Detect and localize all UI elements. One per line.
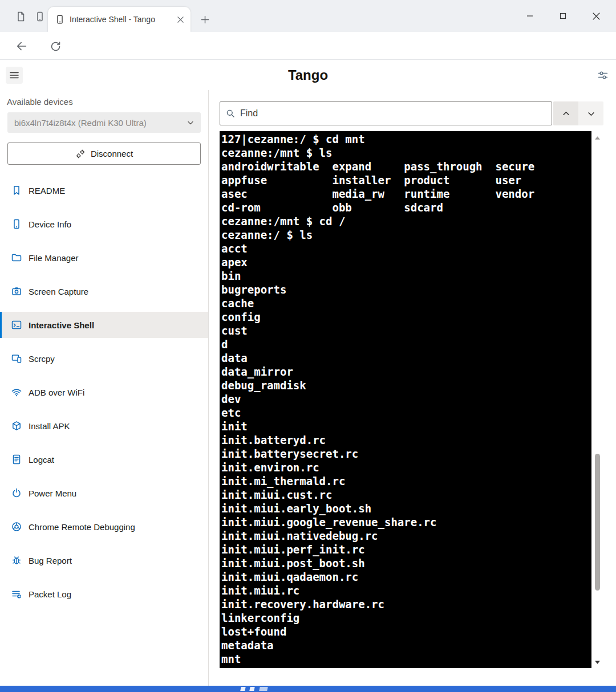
sidebar: Available devices bi6x4ln7t4iz8t4x (Redm… [0, 90, 209, 686]
sidebar-item-device-info[interactable]: Device Info [0, 211, 208, 237]
sidebar-item-label: Interactive Shell [29, 320, 94, 330]
sidebar-item-packet-log[interactable]: Packet Log [0, 581, 208, 607]
find-nav-group [553, 101, 603, 125]
find-next-button[interactable] [578, 101, 603, 125]
chevron-down-icon [187, 119, 194, 126]
sidebar-item-bug-report[interactable]: Bug Report [0, 547, 208, 573]
sidebar-item-install-apk[interactable]: Install APK [0, 413, 208, 439]
chevron-down-icon [587, 110, 595, 117]
phone-icon [11, 218, 22, 230]
sidebar-item-label: Bug Report [29, 556, 72, 565]
tab-strip: Interactive Shell - Tango [0, 0, 616, 32]
taskbar-fragment [259, 687, 268, 691]
document-log-icon [11, 454, 22, 465]
disconnect-button[interactable]: Disconnect [7, 143, 201, 165]
page-title: Tango [0, 60, 616, 90]
sidebar-item-screen-capture[interactable]: Screen Capture [0, 278, 208, 304]
sidebar-item-readme[interactable]: README [0, 177, 208, 203]
device-select[interactable]: bi6x4ln7t4iz8t4x (Redmi K30 Ultra) [7, 112, 201, 133]
terminal-scrollbar[interactable] [591, 131, 603, 668]
wifi-icon [11, 386, 22, 398]
sidebar-item-scrcpy[interactable]: Scrcpy [0, 345, 208, 372]
sidebar-item-label: Install APK [29, 421, 70, 431]
camera-icon [11, 286, 22, 297]
folder-icon [11, 252, 22, 263]
screen-mirror-icon [11, 353, 22, 364]
app-header: Tango [0, 60, 616, 90]
terminal-area: 127|cezanne:/ $ cd mnt cezanne:/mnt $ ls… [220, 131, 603, 668]
sidebar-item-chrome-remote-debugging[interactable]: Chrome Remote Debugging [0, 514, 208, 540]
find-field[interactable] [220, 101, 552, 125]
sidebar-item-label: Packet Log [29, 589, 71, 599]
taskbar-fragment [249, 687, 254, 691]
terminal-icon [11, 319, 22, 331]
find-previous-button[interactable] [553, 101, 578, 125]
sidebar-item-label: Screen Capture [29, 287, 88, 296]
taskbar [0, 686, 616, 692]
package-icon [11, 420, 22, 432]
refresh-button[interactable] [48, 39, 63, 54]
pinned-tab-icon [34, 11, 46, 22]
scroll-up-icon [595, 136, 600, 140]
chrome-icon [11, 521, 22, 532]
sidebar-item-adb-over-wifi[interactable]: ADB over WiFi [0, 379, 208, 405]
close-window-button[interactable] [579, 1, 613, 31]
settings-button[interactable] [597, 69, 609, 82]
sidebar-item-label: ADB over WiFi [29, 388, 84, 397]
bookmark-icon [11, 185, 22, 196]
terminal[interactable]: 127|cezanne:/ $ cd mnt cezanne:/mnt $ ls… [220, 131, 591, 668]
tab-favicon-icon [55, 14, 65, 25]
power-icon [11, 487, 22, 499]
chevron-up-icon [562, 110, 570, 117]
sidebar-item-interactive-shell[interactable]: Interactive Shell [0, 312, 208, 338]
sidebar-item-label: Device Info [29, 219, 71, 229]
available-devices-label: Available devices [7, 97, 208, 107]
settings-icon [597, 70, 609, 81]
sidebar-item-label: Chrome Remote Debugging [29, 522, 135, 532]
sidebar-item-label: File Manager [29, 253, 79, 263]
sidebar-item-label: Scrcpy [29, 354, 55, 364]
maximize-button[interactable] [546, 1, 579, 31]
tab-actions-button[interactable] [14, 10, 27, 23]
find-input[interactable] [240, 108, 546, 119]
tab-close-button[interactable] [175, 14, 186, 25]
taskbar-fragment [240, 687, 245, 691]
main-content: 127|cezanne:/ $ cd mnt cezanne:/mnt $ ls… [209, 90, 616, 686]
browser-navbar: https://yume-chan.github.io/ya-webadb/sh… [0, 32, 616, 60]
scroll-down-icon [595, 661, 600, 664]
minimize-button[interactable] [513, 1, 546, 31]
find-row [220, 101, 603, 125]
scrollbar-thumb[interactable] [595, 454, 600, 591]
terminal-output: 127|cezanne:/ $ cd mnt cezanne:/mnt $ ls… [221, 132, 591, 666]
device-select-value: bi6x4ln7t4iz8t4x (Redmi K30 Ultra) [14, 118, 187, 128]
browser-tab[interactable]: Interactive Shell - Tango [48, 7, 191, 32]
sidebar-item-file-manager[interactable]: File Manager [0, 245, 208, 271]
back-button[interactable] [14, 39, 29, 54]
new-tab-button[interactable] [197, 12, 212, 27]
disconnect-icon [75, 149, 86, 159]
menu-button[interactable] [6, 67, 23, 84]
sidebar-item-label: README [29, 186, 65, 196]
browser-window: Interactive Shell - Tango [0, 0, 616, 692]
sidebar-item-label: Power Menu [29, 489, 76, 498]
search-icon [226, 109, 235, 118]
packet-log-icon [11, 588, 22, 600]
sidebar-nav: README Device Info File Manager Screen C… [0, 177, 208, 607]
bug-icon [11, 555, 22, 566]
sidebar-item-label: Logcat [29, 455, 54, 465]
sidebar-item-logcat[interactable]: Logcat [0, 446, 208, 473]
menu-icon [9, 70, 19, 80]
disconnect-label: Disconnect [91, 149, 133, 158]
window-controls [513, 1, 613, 31]
scroll-down-button[interactable] [591, 658, 603, 667]
sidebar-item-power-menu[interactable]: Power Menu [0, 480, 208, 506]
scroll-up-button[interactable] [591, 133, 603, 143]
tab-title: Interactive Shell - Tango [70, 15, 170, 24]
tab-actions-icon [15, 11, 26, 22]
pinned-tab-button[interactable] [33, 10, 47, 23]
